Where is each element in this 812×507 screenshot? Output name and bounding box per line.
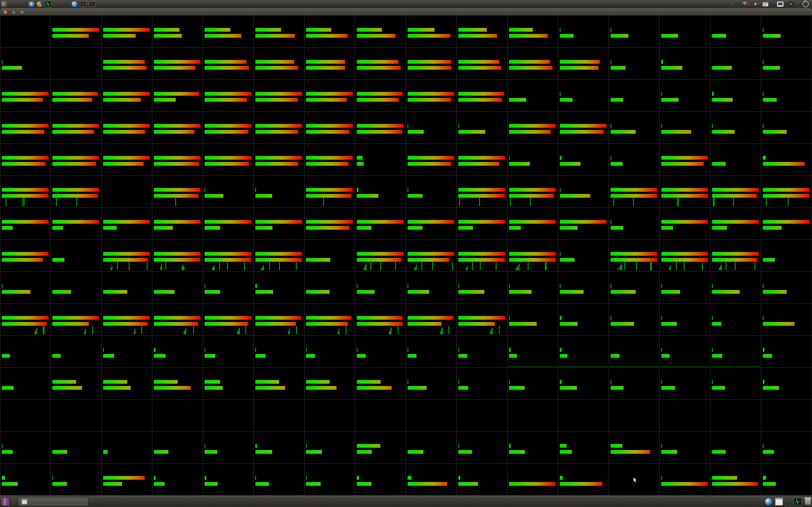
node-cell-n191[interactable] [711, 368, 761, 400]
node-cell-n052[interactable] [152, 112, 203, 144]
close-window-button[interactable]: ✕ [3, 9, 8, 15]
node-cell-n236[interactable] [558, 464, 609, 496]
node-cell-n047[interactable] [711, 79, 761, 112]
node-cell-n185[interactable] [406, 368, 457, 400]
node-cell-n157[interactable] [609, 303, 660, 336]
mail-icon[interactable] [763, 2, 768, 6]
node-cell-n218[interactable] [457, 432, 507, 464]
node-cell-n051[interactable] [101, 112, 152, 144]
node-cell-n234[interactable] [457, 464, 507, 496]
node-cell-n105[interactable] [406, 208, 457, 239]
node-cell-n040[interactable] [355, 79, 406, 112]
node-cell-n220[interactable] [558, 432, 609, 464]
node-cell-n200[interactable] [355, 400, 406, 432]
node-cell-n035[interactable] [101, 79, 152, 112]
taskbar-task-button[interactable] [18, 497, 89, 506]
node-cell-n058[interactable] [457, 112, 507, 144]
node-cell-n003[interactable] [101, 15, 152, 48]
node-cell-n137[interactable] [406, 272, 457, 303]
node-cell-n238[interactable] [660, 464, 711, 496]
node-cell-n149[interactable] [203, 303, 254, 336]
node-cell-n126[interactable] [660, 239, 711, 272]
node-cell-n011[interactable] [507, 15, 558, 48]
node-cell-n135[interactable] [305, 272, 355, 303]
node-cell-n065[interactable] [0, 144, 51, 176]
node-cell-n076[interactable] [558, 144, 609, 176]
node-cell-n026[interactable] [457, 48, 507, 79]
terminal-icon-2[interactable]: >_ [89, 1, 95, 7]
node-cell-n109[interactable] [609, 208, 660, 239]
node-cell-n044[interactable] [558, 79, 609, 112]
node-cell-n131[interactable] [101, 272, 152, 303]
node-cell-n062[interactable] [660, 112, 711, 144]
node-cell-n097[interactable] [0, 208, 51, 239]
node-cell-n169[interactable] [406, 336, 457, 368]
node-cell-n046[interactable] [660, 79, 711, 112]
node-cell-n235[interactable] [507, 464, 558, 496]
node-cell-n201[interactable] [406, 400, 457, 432]
node-cell-n069[interactable] [203, 144, 254, 176]
node-cell-n189[interactable] [609, 368, 660, 400]
node-cell-n206[interactable] [660, 400, 711, 432]
node-cell-n099[interactable] [101, 208, 152, 239]
node-cell-n022[interactable] [254, 48, 305, 79]
node-cell-n071[interactable] [305, 144, 355, 176]
node-cell-n101[interactable] [203, 208, 254, 239]
node-cell-n162[interactable] [51, 336, 101, 368]
node-cell-n221[interactable] [609, 432, 660, 464]
node-cell-n039[interactable] [305, 79, 355, 112]
node-cell-n217[interactable] [406, 432, 457, 464]
node-cell-n095[interactable] [711, 176, 761, 208]
node-cell-n196[interactable] [152, 400, 203, 432]
trash-icon[interactable] [805, 498, 811, 505]
node-cell-n121[interactable] [406, 239, 457, 272]
node-cell-n034[interactable] [51, 79, 101, 112]
node-cell-n004[interactable] [152, 15, 203, 48]
node-cell-n007[interactable] [305, 15, 355, 48]
node-cell-n029[interactable] [609, 48, 660, 79]
node-cell-n152[interactable] [355, 303, 406, 336]
node-cell-n030[interactable] [660, 48, 711, 79]
node-cell-n068[interactable] [152, 144, 203, 176]
node-cell-n212[interactable] [152, 432, 203, 464]
node-cell-n088[interactable] [355, 176, 406, 208]
node-cell-n006[interactable] [254, 15, 305, 48]
terminal-icon[interactable]: >_ [80, 1, 86, 7]
taskbar-window-icon[interactable] [775, 498, 783, 505]
node-cell-n145[interactable] [0, 303, 51, 336]
menu-places[interactable] [14, 0, 21, 8]
node-cell-n085[interactable] [203, 176, 254, 208]
node-cell-n165[interactable] [203, 336, 254, 368]
node-cell-n144[interactable] [761, 272, 812, 303]
taskbar-monitor-icon[interactable] [794, 498, 802, 505]
node-cell-n226[interactable] [51, 464, 101, 496]
node-cell-n084[interactable] [152, 176, 203, 208]
node-cell-n223[interactable] [711, 432, 761, 464]
node-cell-n229[interactable] [203, 464, 254, 496]
node-cell-n054[interactable] [254, 112, 305, 144]
node-cell-n210[interactable] [51, 432, 101, 464]
node-cell-n143[interactable] [711, 272, 761, 303]
node-cell-n098[interactable] [51, 208, 101, 239]
node-cell-n240[interactable] [761, 464, 812, 496]
node-cell-n005[interactable] [203, 15, 254, 48]
firefox-icon[interactable] [37, 1, 43, 7]
node-cell-n015[interactable] [711, 15, 761, 48]
node-cell-n209[interactable] [0, 432, 51, 464]
node-cell-n128[interactable] [761, 239, 812, 272]
node-cell-n232[interactable] [355, 464, 406, 496]
node-cell-n216[interactable] [355, 432, 406, 464]
node-cell-n108[interactable] [558, 208, 609, 239]
node-cell-n078[interactable] [660, 144, 711, 176]
help-icon[interactable]: ? [29, 1, 34, 7]
node-cell-n010[interactable] [457, 15, 507, 48]
node-cell-n041[interactable] [406, 79, 457, 112]
node-cell-n081[interactable] [0, 176, 51, 208]
node-cell-n020[interactable] [152, 48, 203, 79]
system-monitor-icon[interactable] [45, 1, 51, 7]
node-cell-n203[interactable] [507, 400, 558, 432]
node-cell-n072[interactable] [355, 144, 406, 176]
node-cell-n077[interactable] [609, 144, 660, 176]
node-cell-n136[interactable] [355, 272, 406, 303]
node-cell-n188[interactable] [558, 368, 609, 400]
